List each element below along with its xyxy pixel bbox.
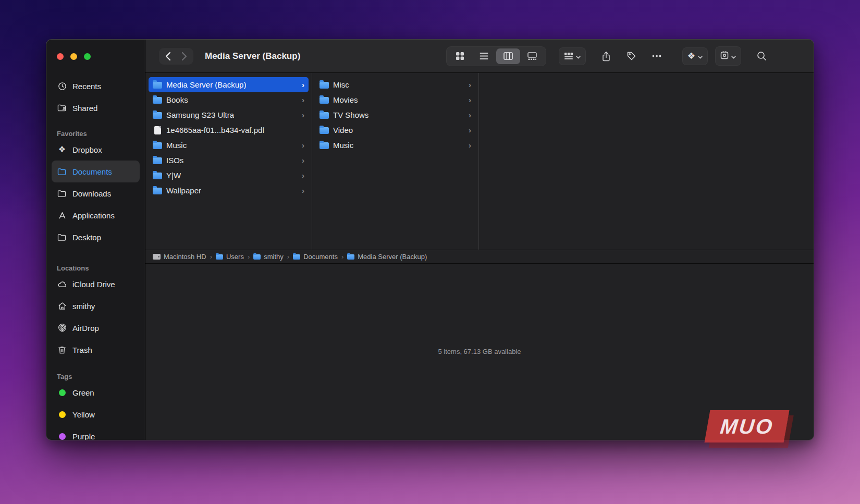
file-row[interactable]: Misc ›	[315, 77, 475, 92]
desktop-background: Recents Shared Favorites ❖ Dropbox	[0, 0, 860, 504]
path-item-users[interactable]: Users	[216, 253, 244, 261]
applications-icon	[57, 211, 67, 219]
file-row[interactable]: Video ›	[315, 122, 475, 138]
path-separator-icon: ›	[210, 253, 212, 261]
close-button[interactable]	[57, 53, 64, 60]
path-item-macintosh-hd[interactable]: Macintosh HD	[153, 253, 206, 261]
folder-icon	[153, 157, 162, 164]
file-row[interactable]: Books ›	[149, 92, 309, 107]
status-text: 5 items, 67.13 GB available	[438, 348, 521, 355]
green-tag-icon	[57, 389, 67, 396]
sidebar-item-home[interactable]: smithy	[52, 295, 140, 317]
folder-icon	[320, 142, 329, 149]
extension-menu-button[interactable]	[715, 46, 741, 66]
more-actions-button[interactable]	[652, 55, 661, 57]
file-name: Wallpaper	[166, 186, 201, 195]
file-name: Movies	[333, 95, 358, 104]
forward-button[interactable]	[181, 52, 187, 61]
tags-button[interactable]	[626, 51, 636, 61]
dropbox-menu-button[interactable]: ❖	[682, 47, 708, 65]
chevron-down-icon	[698, 52, 703, 61]
group-by-button[interactable]	[559, 47, 586, 65]
folder-icon	[347, 254, 354, 260]
file-row[interactable]: TV Shows ›	[315, 107, 475, 122]
zoom-button[interactable]	[84, 53, 91, 60]
search-button[interactable]	[757, 51, 767, 61]
sidebar-item-airdrop[interactable]: AirDrop	[52, 317, 140, 339]
toolbar: Media Server (Backup)	[145, 40, 814, 73]
file-row[interactable]: Y|W ›	[149, 168, 309, 183]
file-row[interactable]: Movies ›	[315, 92, 475, 107]
column-1: Media Server (Backup) › Books › Samsung …	[145, 73, 312, 250]
muo-watermark: MUO	[705, 410, 790, 442]
path-item-documents[interactable]: Documents	[293, 253, 338, 261]
path-label: smithy	[264, 253, 284, 261]
chevron-right-icon: ›	[465, 126, 471, 134]
sidebar-tag-yellow[interactable]: Yellow	[52, 403, 140, 425]
column-3-empty	[479, 73, 814, 250]
sidebar-item-recents[interactable]: Recents	[52, 75, 140, 97]
sidebar-item-label: Yellow	[72, 410, 95, 419]
sidebar-item-shared[interactable]: Shared	[52, 97, 140, 119]
pdf-document-icon	[154, 126, 161, 134]
app-extension-icon	[720, 51, 729, 62]
hard-drive-icon	[153, 254, 161, 260]
sidebar-item-desktop[interactable]: Desktop	[52, 226, 140, 248]
cloud-icon	[57, 280, 67, 288]
gallery-view-button[interactable]	[520, 48, 544, 64]
back-button[interactable]	[165, 52, 171, 61]
main-area: Media Server (Backup)	[145, 40, 814, 440]
window-controls	[57, 53, 91, 60]
sidebar-item-label: AirDrop	[72, 324, 99, 333]
column-view-button[interactable]	[496, 48, 520, 64]
chevron-right-icon: ›	[299, 80, 304, 89]
file-name: 1e4665aa-f01...b434-vaf.pdf	[166, 126, 264, 134]
sidebar-item-applications[interactable]: Applications	[52, 204, 140, 226]
chevron-right-icon: ›	[299, 95, 304, 104]
sidebar-item-downloads[interactable]: Downloads	[52, 182, 140, 204]
file-row[interactable]: Music ›	[149, 138, 309, 153]
path-bar: Macintosh HD › Users › smithy › Document…	[145, 250, 814, 264]
sidebar-item-documents[interactable]: Documents	[52, 161, 140, 182]
chevron-right-icon: ›	[465, 141, 471, 150]
window-title: Media Server (Backup)	[205, 51, 300, 62]
sidebar-tag-green[interactable]: Green	[52, 382, 140, 403]
minimize-button[interactable]	[70, 53, 77, 60]
path-item-media-server-backup[interactable]: Media Server (Backup)	[347, 253, 427, 261]
file-row[interactable]: ISOs ›	[149, 153, 309, 168]
file-row[interactable]: Samsung S23 Ultra ›	[149, 107, 309, 122]
folder-icon	[153, 142, 162, 149]
sidebar-tag-purple[interactable]: Purple	[52, 425, 140, 440]
sidebar-item-label: Downloads	[72, 189, 111, 198]
sidebar-section-tags: Tags	[52, 369, 140, 382]
purple-tag-icon	[57, 433, 67, 440]
file-row[interactable]: Wallpaper ›	[149, 183, 309, 198]
sidebar-item-trash[interactable]: Trash	[52, 339, 140, 361]
path-label: Users	[226, 253, 244, 261]
view-switcher	[446, 46, 546, 66]
file-row[interactable]: 1e4665aa-f01...b434-vaf.pdf	[149, 122, 309, 138]
airdrop-icon	[57, 324, 67, 333]
sidebar-item-icloud-drive[interactable]: iCloud Drive	[52, 273, 140, 295]
chevron-down-icon	[576, 52, 581, 61]
folder-icon	[153, 173, 162, 179]
sidebar-section-locations: Locations	[52, 261, 140, 273]
navigation-buttons	[159, 48, 193, 65]
icon-view-button[interactable]	[448, 48, 472, 64]
sidebar-item-dropbox[interactable]: ❖ Dropbox	[52, 139, 140, 161]
path-item-smithy[interactable]: smithy	[253, 253, 284, 261]
chevron-down-icon	[731, 52, 736, 61]
file-name: Books	[166, 95, 188, 104]
share-button[interactable]	[601, 51, 611, 62]
shared-folder-icon	[57, 104, 67, 112]
dropbox-icon: ❖	[57, 145, 67, 154]
sidebar-section-favorites: Favorites	[52, 126, 140, 139]
file-row[interactable]: Music ›	[315, 138, 475, 153]
list-view-button[interactable]	[472, 48, 496, 64]
home-icon	[57, 302, 67, 310]
file-name: Video	[333, 126, 353, 134]
file-row[interactable]: Media Server (Backup) ›	[149, 77, 309, 92]
folder-icon	[57, 168, 67, 176]
folder-icon	[320, 127, 329, 134]
chevron-right-icon: ›	[299, 186, 304, 195]
